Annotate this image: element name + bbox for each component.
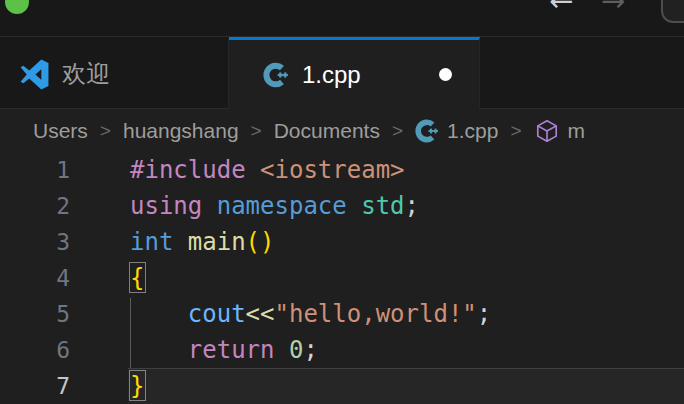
code-token: int [130,228,173,256]
code-line[interactable]: 6 return 0; [0,332,684,368]
cpp-file-icon [263,62,289,88]
namespace-cube-icon [534,118,560,144]
code-token: ; [303,336,317,364]
code-text: using namespace std; [70,188,419,224]
command-center-search-box[interactable] [661,0,684,23]
tab-1cpp[interactable]: 1.cpp [229,37,480,109]
matched-bracket: { [130,260,144,296]
editor-tab-bar: 欢迎 1.cpp [0,37,684,109]
code-line[interactable]: 7} [0,368,684,404]
navigate-back-icon[interactable]: ← [549,0,573,16]
cpp-file-icon [415,119,439,143]
tab-welcome[interactable]: 欢迎 [0,37,229,108]
code-token: std [361,192,404,220]
unsaved-changes-dot-icon[interactable] [439,68,452,81]
code-text: cout<<"hello,world!"; [70,296,491,332]
code-text: { [70,260,144,296]
breadcrumb-symbol-label: m [568,119,586,143]
navigate-forward-icon[interactable]: → [601,0,625,16]
code-line[interactable]: 1#include <iostream> [0,152,684,188]
code-token: <iostream> [260,156,405,184]
code-token [130,300,188,328]
code-token: return [188,336,275,364]
code-token: ; [405,192,419,220]
breadcrumb: Users > huangshang > Documents > 1.cpp >… [0,109,684,152]
breadcrumb-item-file[interactable]: 1.cpp [415,119,498,143]
code-token [173,228,187,256]
code-line[interactable]: 4{ [0,260,684,296]
breadcrumb-item-symbol[interactable]: m [534,118,586,144]
code-text: } [70,368,144,404]
code-lines: 1#include <iostream>2using namespace std… [0,152,684,404]
code-token: #include [130,156,246,184]
code-token: cout [188,300,246,328]
line-number[interactable]: 6 [0,332,70,368]
code-token: "hello,world!" [275,300,477,328]
code-token [347,192,361,220]
code-token: using [130,192,202,220]
breadcrumb-separator: > [391,120,404,142]
tab-welcome-label: 欢迎 [62,58,110,90]
code-token [275,336,289,364]
code-line[interactable]: 5 cout<<"hello,world!"; [0,296,684,332]
code-text: return 0; [70,332,318,368]
breadcrumb-item-users[interactable]: Users [33,119,88,143]
tab-1cpp-label: 1.cpp [302,61,361,89]
window-zoom-button[interactable] [5,0,29,14]
code-text: #include <iostream> [70,152,405,188]
matched-bracket: } [130,368,144,404]
code-token: () [246,228,275,256]
code-token [202,192,216,220]
line-number[interactable]: 3 [0,224,70,260]
breadcrumb-file-label: 1.cpp [447,119,498,143]
line-number[interactable]: 5 [0,296,70,332]
code-token: namespace [217,192,347,220]
breadcrumb-item-huangshang[interactable]: huangshang [123,119,239,143]
code-line[interactable]: 2using namespace std; [0,188,684,224]
title-bar: ← → [0,0,684,37]
breadcrumb-separator: > [99,120,112,142]
line-number[interactable]: 7 [0,368,70,404]
code-token [130,336,188,364]
code-line[interactable]: 3int main() [0,224,684,260]
code-token [246,156,260,184]
breadcrumb-item-documents[interactable]: Documents [274,119,380,143]
code-token: main [188,228,246,256]
breadcrumb-separator: > [509,120,522,142]
code-token: ; [477,300,491,328]
code-token: << [246,300,275,328]
code-text: int main() [70,224,275,260]
breadcrumb-separator: > [250,120,263,142]
line-number[interactable]: 2 [0,188,70,224]
vscode-logo-icon [19,59,50,90]
line-number[interactable]: 4 [0,260,70,296]
line-number[interactable]: 1 [0,152,70,188]
code-token: 0 [289,336,303,364]
code-editor[interactable]: 1#include <iostream>2using namespace std… [0,152,684,404]
